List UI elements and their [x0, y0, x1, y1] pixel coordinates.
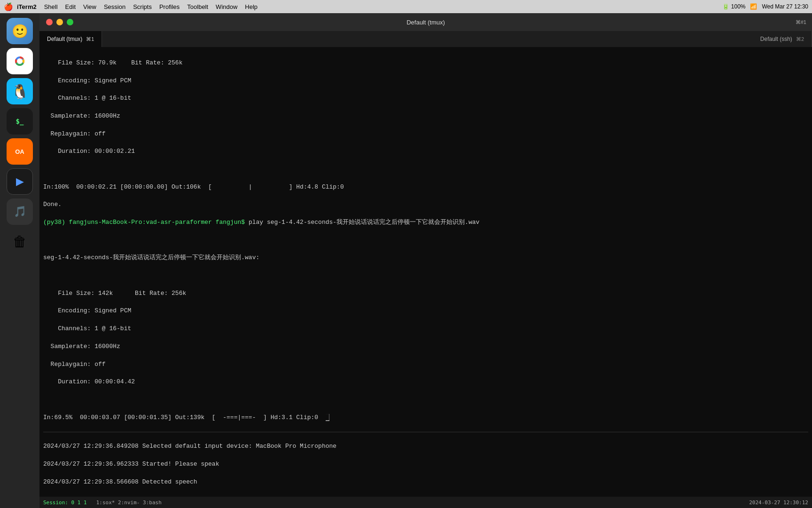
battery-status: 🔋 100% — [722, 3, 745, 10]
status-datetime: 2024-03-27 12:30:12 — [749, 500, 808, 506]
tab-tmux[interactable]: Default (tmux) ⌘1 — [39, 31, 102, 47]
term-line-15: Channels: 1 @ 16-bit — [43, 325, 808, 333]
term-line-14: Encoding: Signed PCM — [43, 307, 808, 316]
dock-quicktime[interactable]: ▶ — [7, 168, 33, 195]
close-button[interactable] — [46, 19, 53, 25]
term-line-20: In:69.5% 00:00:03.07 [00:00:01.35] Out:1… — [43, 413, 808, 422]
dock-trash[interactable]: 🗑 — [7, 229, 33, 255]
menubar-right: 🔋 100% 📶 Wed Mar 27 12:30 — [722, 3, 808, 10]
dock-finder[interactable]: 🙂 — [7, 18, 33, 44]
term-line-18: Duration: 00:00:04.42 — [43, 378, 808, 387]
status-bar: Session: 0 1 1 1:sox* 2:nvim- 3:bash 202… — [39, 497, 812, 508]
tab-ssh-badge: ⌘2 — [796, 36, 804, 42]
menu-window[interactable]: Window — [216, 3, 237, 10]
status-tabs: 1:sox* 2:nvim- 3:bash — [96, 500, 162, 506]
term-line-17: Replaygain: off — [43, 360, 808, 369]
clock: Wed Mar 27 12:30 — [762, 3, 808, 10]
window-shortcut: ⌘#1 — [796, 19, 806, 25]
tab-ssh[interactable]: Default (ssh) ⌘2 — [753, 31, 812, 47]
term-line-2: Channels: 1 @ 16-bit — [43, 94, 808, 103]
menubar: 🍎 iTerm2 Shell Edit View Session Scripts… — [0, 0, 812, 13]
term-line-10 — [43, 236, 808, 245]
svg-point-1 — [17, 58, 23, 64]
term-line-8: Done. — [43, 200, 808, 209]
window-title: Default (tmux) — [406, 19, 445, 26]
dock-music[interactable]: 🎵 — [7, 198, 33, 225]
menu-shell[interactable]: Shell — [44, 3, 58, 10]
app-name[interactable]: iTerm2 — [17, 3, 37, 10]
term-line-11: seg-1-4.42-seconds-我开始说话说话完之后停顿一下它就会开始识别… — [43, 254, 808, 262]
tab-bar: Default (tmux) ⌘1 Default (ssh) ⌘2 — [39, 31, 812, 47]
term-line-5: Duration: 00:00:02.21 — [43, 147, 808, 156]
term-line-3: Samplerate: 16000Hz — [43, 112, 808, 121]
term-line-4: Replaygain: off — [43, 130, 808, 139]
term-line-0: File Size: 70.9k Bit Rate: 256k — [43, 59, 808, 68]
window-controls — [46, 19, 73, 25]
menu-help[interactable]: Help — [245, 3, 258, 10]
dock-qq[interactable]: 🐧 — [7, 78, 33, 104]
title-bar: Default (tmux) ⌘#1 — [39, 13, 812, 31]
separator — [43, 432, 808, 432]
log-line-1: 2024/03/27 12:29:36.962333 Started! Plea… — [43, 460, 808, 469]
menu-profiles[interactable]: Profiles — [159, 3, 180, 10]
tab-spacer — [102, 31, 752, 47]
tab-tmux-badge: ⌘1 — [86, 36, 94, 42]
term-line-19 — [43, 396, 808, 405]
minimize-button[interactable] — [56, 19, 63, 25]
log-line-2: 2024/03/27 12:29:38.566608 Detected spee… — [43, 478, 808, 487]
term-line-16: Samplerate: 16000Hz — [43, 342, 808, 351]
term-line-12 — [43, 271, 808, 280]
term-line-1: Encoding: Signed PCM — [43, 77, 808, 86]
menu-scripts[interactable]: Scripts — [133, 3, 152, 10]
maximize-button[interactable] — [67, 19, 73, 25]
menu-edit[interactable]: Edit — [65, 3, 76, 10]
dock: 🙂 🐧 $_ OA ▶ 🎵 🗑 — [0, 13, 39, 508]
menu-toolbelt[interactable]: Toolbelt — [187, 3, 208, 10]
term-line-13: File Size: 142k Bit Rate: 256k — [43, 289, 808, 298]
term-line-6 — [43, 165, 808, 174]
log-line-0: 2024/03/27 12:29:36.849208 Selected defa… — [43, 442, 808, 451]
status-session: Session: 0 1 1 — [43, 500, 87, 506]
menu-view[interactable]: View — [83, 3, 96, 10]
terminal-content[interactable]: File Size: 70.9k Bit Rate: 256k Encoding… — [39, 47, 812, 497]
term-line-7: In:100% 00:00:02.21 [00:00:00.00] Out:10… — [43, 183, 808, 192]
iterm-window: Default (tmux) ⌘#1 Default (tmux) ⌘1 Def… — [39, 13, 812, 508]
apple-menu[interactable]: 🍎 — [4, 2, 13, 11]
dock-terminal[interactable]: $_ — [7, 108, 33, 135]
tab-ssh-label: Default (ssh) — [760, 36, 792, 42]
term-line-9: (py38) fangjuns-MacBook-Pro:vad-asr-para… — [43, 218, 808, 227]
tab-tmux-label: Default (tmux) — [47, 36, 82, 42]
dock-mi[interactable]: OA — [7, 138, 33, 165]
menu-session[interactable]: Session — [104, 3, 125, 10]
wifi-status: 📶 — [750, 3, 757, 10]
dock-chrome[interactable] — [7, 48, 33, 74]
